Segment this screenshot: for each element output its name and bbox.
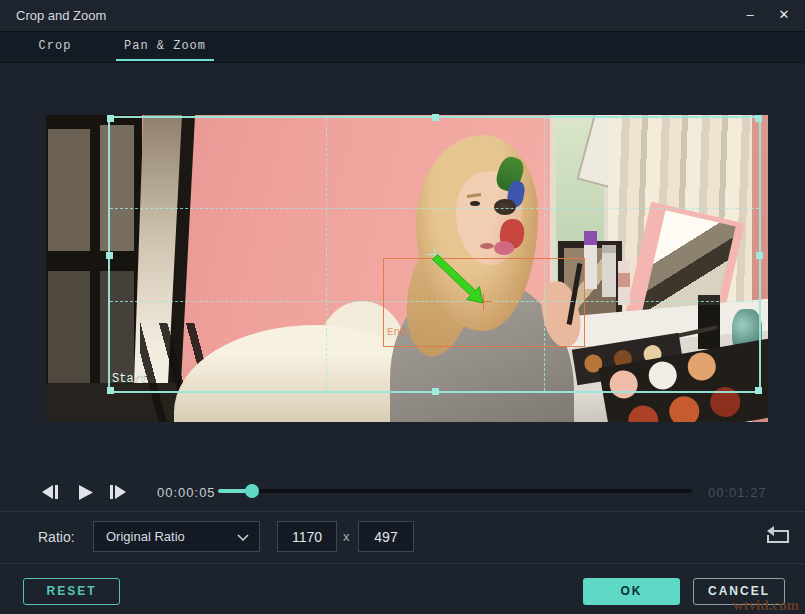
ratio-bar: Ratio: Original Ratio x [0, 511, 805, 564]
tab-bar: Crop Pan & Zoom [0, 32, 805, 63]
video-preview: Start End [46, 115, 768, 422]
dimension-separator: x [343, 529, 350, 544]
window-title: Crop and Zoom [16, 8, 106, 23]
play-button[interactable] [72, 481, 98, 503]
end-label: End [387, 326, 407, 338]
tab-pan-and-zoom[interactable]: Pan & Zoom [116, 32, 214, 61]
thirds-guide-vertical [544, 118, 545, 391]
ratio-dropdown-value: Original Ratio [106, 529, 185, 544]
player-bar: 00:00:05 00:01:27 [0, 474, 805, 511]
tab-crop[interactable]: Crop [22, 32, 88, 61]
duration-time: 00:01:27 [708, 485, 767, 500]
crop-height-input[interactable] [358, 521, 414, 552]
crop-handle-bottom-right[interactable] [755, 387, 762, 394]
crop-width-input[interactable] [277, 521, 337, 552]
current-time: 00:00:05 [157, 485, 216, 500]
crop-handle-middle-right[interactable] [756, 252, 763, 259]
footer-bar: RESET OK CANCEL [0, 563, 805, 614]
title-bar: Crop and Zoom – ✕ [0, 0, 805, 32]
crop-handle-top-right[interactable] [755, 115, 762, 122]
ratio-label: Ratio: [38, 529, 75, 545]
crop-overlay: Start End [46, 115, 768, 422]
previous-frame-button[interactable] [37, 481, 63, 503]
thirds-guide-vertical [326, 118, 327, 391]
swap-orientation-icon[interactable] [764, 526, 792, 548]
play-icon [76, 484, 94, 501]
minimize-button[interactable]: – [735, 0, 765, 30]
start-label: Start [112, 372, 148, 386]
crop-handle-top-middle[interactable] [432, 114, 439, 121]
crop-handle-top-left[interactable] [107, 115, 114, 122]
slider-knob[interactable] [245, 484, 259, 498]
thirds-guide-horizontal [110, 208, 759, 209]
seek-slider[interactable] [218, 489, 692, 493]
reset-button[interactable]: RESET [23, 578, 120, 605]
next-frame-button[interactable] [105, 481, 131, 503]
crop-handle-bottom-middle[interactable] [432, 388, 439, 395]
next-frame-icon [108, 484, 128, 500]
pan-direction-arrow-icon [427, 247, 491, 311]
watermark-text: wtvid.com [733, 597, 799, 614]
previous-frame-icon [40, 484, 60, 500]
ok-button[interactable]: OK [583, 578, 680, 605]
crop-handle-middle-left[interactable] [106, 252, 113, 259]
close-button[interactable]: ✕ [769, 0, 799, 30]
crop-handle-bottom-left[interactable] [107, 387, 114, 394]
chevron-down-icon [237, 534, 249, 542]
ratio-dropdown[interactable]: Original Ratio [93, 521, 260, 552]
